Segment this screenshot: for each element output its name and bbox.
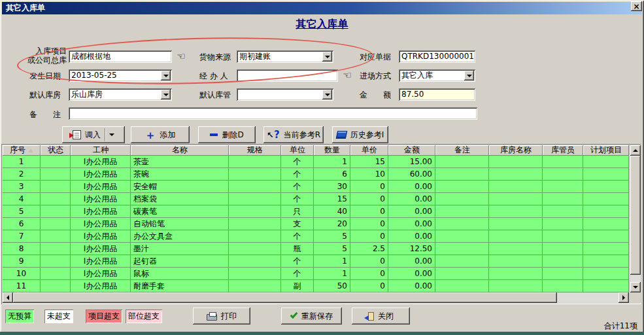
table-cell[interactable]: 1 xyxy=(314,255,350,268)
table-cell[interactable] xyxy=(229,156,281,168)
table-cell[interactable]: I办公用品 xyxy=(71,255,131,268)
header-cell[interactable]: 序号 xyxy=(3,145,41,156)
table-cell[interactable]: 10 xyxy=(350,168,388,181)
table-cell[interactable]: 9 xyxy=(3,255,41,268)
table-cell[interactable]: 11 xyxy=(3,280,41,292)
vertical-scrollbar-thumb[interactable] xyxy=(630,156,641,275)
table-cell[interactable] xyxy=(543,205,583,218)
table-cell[interactable]: 1 xyxy=(314,268,350,280)
table-cell[interactable]: 0.00 xyxy=(388,218,435,230)
table-cell[interactable] xyxy=(489,156,543,168)
chevron-down-icon[interactable] xyxy=(322,90,332,99)
table-cell[interactable] xyxy=(229,181,281,193)
table-cell[interactable] xyxy=(41,218,71,230)
table-cell[interactable]: 个 xyxy=(281,230,314,243)
table-cell[interactable] xyxy=(583,218,629,230)
table-cell[interactable]: 墨汁 xyxy=(131,243,229,255)
table-cell[interactable] xyxy=(583,193,629,205)
table-cell[interactable] xyxy=(229,268,281,280)
table-cell[interactable]: I办公用品 xyxy=(71,205,131,218)
table-cell[interactable]: 15 xyxy=(314,193,350,205)
table-cell[interactable]: I办公用品 xyxy=(71,193,131,205)
header-cell[interactable]: 工种 xyxy=(71,145,131,156)
handler-input[interactable] xyxy=(237,69,338,82)
table-cell[interactable]: 0.00 xyxy=(388,181,435,193)
table-cell[interactable] xyxy=(435,193,489,205)
hand-picker-icon[interactable]: ☜ xyxy=(174,51,188,62)
table-cell[interactable]: 12.50 xyxy=(388,243,435,255)
table-cell[interactable]: I办公用品 xyxy=(71,181,131,193)
table-cell[interactable]: 0.00 xyxy=(388,255,435,268)
table-cell[interactable] xyxy=(41,255,71,268)
table-cell[interactable]: 安全帽 xyxy=(131,181,229,193)
table-cell[interactable]: 0.00 xyxy=(388,205,435,218)
table-cell[interactable]: 个 xyxy=(281,181,314,193)
table-row[interactable]: 8I办公用品墨汁瓶52.512.50 xyxy=(3,243,629,255)
table-cell[interactable] xyxy=(489,268,543,280)
table-cell[interactable]: 5 xyxy=(314,243,350,255)
header-cell[interactable]: 名称 xyxy=(131,145,229,156)
table-cell[interactable] xyxy=(435,168,489,181)
chevron-down-icon[interactable] xyxy=(109,133,114,136)
table-cell[interactable] xyxy=(583,205,629,218)
table-cell[interactable]: 0.00 xyxy=(388,193,435,205)
table-cell[interactable]: 2 xyxy=(3,168,41,181)
table-cell[interactable] xyxy=(583,255,629,268)
table-row[interactable]: 11I办公用品耐磨手套副5000.00 xyxy=(3,280,629,292)
header-cell[interactable]: 单位 xyxy=(281,145,314,156)
table-cell[interactable] xyxy=(583,230,629,243)
table-cell[interactable] xyxy=(229,193,281,205)
table-cell[interactable] xyxy=(41,193,71,205)
resave-button[interactable]: 重新保存 xyxy=(281,308,342,325)
table-cell[interactable] xyxy=(489,193,543,205)
table-cell[interactable]: 瓶 xyxy=(281,243,314,255)
table-cell[interactable] xyxy=(543,230,583,243)
table-row[interactable]: 3I办公用品安全帽个3000.00 xyxy=(3,181,629,193)
table-cell[interactable] xyxy=(583,280,629,292)
table-cell[interactable]: 个 xyxy=(281,255,314,268)
scroll-down-icon[interactable] xyxy=(630,282,641,292)
table-cell[interactable]: 耐磨手套 xyxy=(131,280,229,292)
close-button[interactable]: 关闭 xyxy=(352,308,410,325)
header-cell[interactable]: 数量 xyxy=(314,145,350,156)
chevron-down-icon[interactable] xyxy=(161,71,171,80)
table-cell[interactable] xyxy=(543,255,583,268)
table-cell[interactable]: 40 xyxy=(314,205,350,218)
table-cell[interactable]: 茶壶 xyxy=(131,156,229,168)
table-cell[interactable]: 1 xyxy=(314,156,350,168)
table-cell[interactable] xyxy=(543,181,583,193)
keeper-combobox[interactable] xyxy=(237,88,333,101)
header-cell[interactable]: 单价 xyxy=(350,145,388,156)
doc-input[interactable]: QTRKD130000001 xyxy=(399,50,475,63)
table-cell[interactable] xyxy=(489,280,543,292)
table-row[interactable]: 1I办公用品茶壶个11515.00 xyxy=(3,156,629,168)
header-cell[interactable]: 状态 xyxy=(41,145,71,156)
table-cell[interactable] xyxy=(41,156,71,168)
table-cell[interactable] xyxy=(543,168,583,181)
table-cell[interactable] xyxy=(543,218,583,230)
table-cell[interactable]: 5 xyxy=(3,205,41,218)
table-cell[interactable] xyxy=(41,181,71,193)
chevron-down-icon[interactable] xyxy=(322,52,332,62)
table-cell[interactable]: 0 xyxy=(350,205,388,218)
table-cell[interactable]: 起钉器 xyxy=(131,255,229,268)
table-cell[interactable]: 支 xyxy=(281,218,314,230)
table-cell[interactable]: 0 xyxy=(350,230,388,243)
header-cell[interactable]: 规格 xyxy=(229,145,281,156)
table-cell[interactable] xyxy=(489,218,543,230)
table-row[interactable]: 6I办公用品自动铅笔支2000.00 xyxy=(3,218,629,230)
table-cell[interactable]: 副 xyxy=(281,280,314,292)
table-cell[interactable]: 茶碗 xyxy=(131,168,229,181)
window-titlebar[interactable]: 其它入库单 xyxy=(2,2,642,14)
table-row[interactable]: 4I办公用品档案袋个1500.00 xyxy=(3,193,629,205)
table-cell[interactable] xyxy=(41,230,71,243)
table-cell[interactable]: 1 xyxy=(3,156,41,168)
table-cell[interactable]: 档案袋 xyxy=(131,193,229,205)
table-cell[interactable]: 自动铅笔 xyxy=(131,218,229,230)
table-cell[interactable] xyxy=(229,280,281,292)
table-cell[interactable]: 4 xyxy=(3,193,41,205)
warehouse-combobox[interactable]: 乐山库房 xyxy=(69,88,172,101)
source-combobox[interactable]: 期初建账 xyxy=(237,50,333,63)
table-cell[interactable]: 0.00 xyxy=(388,268,435,280)
table-cell[interactable] xyxy=(489,243,543,255)
